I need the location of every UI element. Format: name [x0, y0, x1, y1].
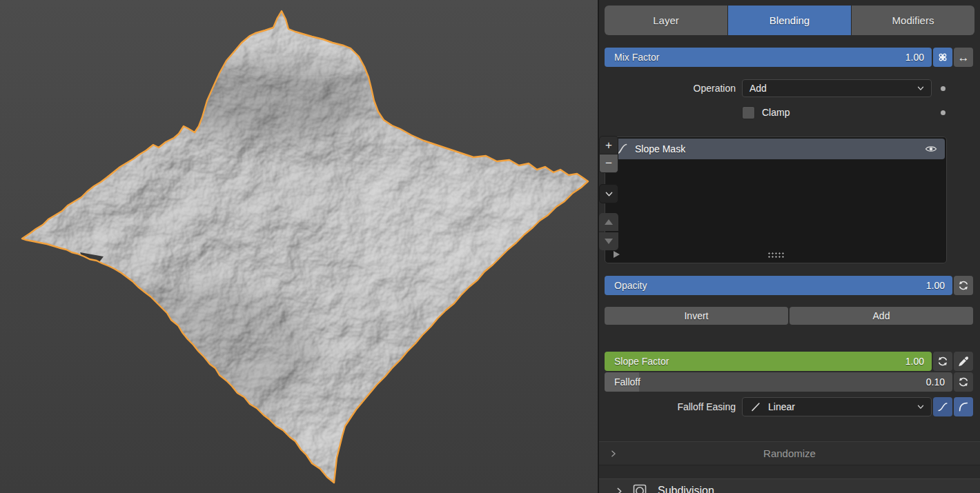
slope-factor-label: Slope Factor: [605, 356, 669, 367]
tab-modifiers[interactable]: Modifiers: [851, 6, 974, 35]
refresh-arrows-icon: [937, 355, 949, 368]
linear-curve-icon: [749, 401, 762, 413]
clamp-row: Clamp: [605, 103, 973, 121]
falloff-easing-label: Falloff Easing: [605, 397, 742, 416]
opacity-value: 1.00: [926, 280, 952, 291]
slope-factor-value: 1.00: [905, 356, 932, 367]
operation-decorator-dot[interactable]: [941, 86, 945, 91]
s-curve-icon: [957, 401, 970, 413]
invert-button[interactable]: Invert: [605, 307, 788, 325]
left-right-arrow-icon: ↔: [958, 52, 970, 63]
chevron-down-icon: [916, 402, 925, 412]
slope-factor-slider[interactable]: Slope Factor 1.00: [605, 352, 932, 371]
falloff-label: Falloff: [605, 376, 640, 388]
add-button[interactable]: Add: [790, 307, 973, 325]
opacity-cycle-button[interactable]: [954, 276, 973, 295]
filter-triangle-icon[interactable]: [614, 251, 620, 258]
mix-factor-row: Mix Factor 1.00 ↔: [605, 48, 973, 67]
tab-blending[interactable]: Blending: [727, 6, 851, 35]
randomize-title: Randomize: [599, 447, 980, 459]
viewport-canvas: [0, 0, 598, 493]
chevron-down-icon: [916, 83, 925, 93]
subdivision-modifier-icon: [631, 483, 648, 493]
falloff-row: Falloff 0.10: [605, 372, 973, 392]
minus-icon: −: [605, 157, 612, 170]
operation-row: Operation Add: [605, 79, 973, 97]
refresh-arrows-icon: [957, 376, 970, 388]
list-move-up-button[interactable]: [599, 213, 618, 231]
mask-list-item[interactable]: Slope Mask: [607, 139, 945, 159]
falloff-easing-dropdown[interactable]: Linear: [742, 397, 932, 416]
opacity-row: Opacity 1.00: [605, 276, 973, 295]
extrapolation-button[interactable]: ↔: [954, 48, 973, 67]
tab-strip: Layer Blending Modifiers: [605, 6, 974, 35]
tab-layer[interactable]: Layer: [605, 6, 727, 35]
mix-factor-value: 1.00: [905, 52, 932, 63]
falloff-easing-value: Linear: [768, 401, 916, 412]
mask-name: Slope Mask: [635, 143, 685, 154]
eyedropper-icon: [957, 355, 970, 368]
clamp-checkbox[interactable]: [742, 106, 755, 119]
opacity-slider[interactable]: Opacity 1.00: [605, 276, 952, 295]
mix-factor-label: Mix Factor: [605, 52, 659, 63]
triangle-up-icon: [605, 219, 613, 225]
eyedropper-button[interactable]: [954, 352, 973, 371]
clamp-decorator-dot[interactable]: [941, 110, 945, 115]
mix-factor-slider[interactable]: Mix Factor 1.00: [605, 48, 932, 67]
animate-pinwheel-icon: [936, 50, 950, 64]
triangle-down-icon: [605, 239, 613, 244]
randomize-panel-header[interactable]: Randomize: [599, 441, 980, 465]
plus-icon: +: [605, 139, 612, 152]
refresh-arrows-icon: [957, 279, 970, 292]
list-add-button[interactable]: +: [599, 136, 618, 154]
list-move-down-button[interactable]: [599, 232, 618, 250]
opacity-label: Opacity: [605, 280, 647, 291]
slope-cycle-button[interactable]: [933, 352, 952, 371]
falloff-easing-row: Falloff Easing Linear: [605, 397, 973, 416]
subdivision-panel-header[interactable]: Subdivision: [599, 479, 980, 493]
s-curve-icon: [937, 401, 949, 413]
invert-add-row: Invert Add: [605, 307, 973, 325]
falloff-cycle-button[interactable]: [954, 372, 973, 392]
list-footer: [605, 250, 946, 259]
list-specials-button[interactable]: [599, 184, 618, 203]
eye-icon[interactable]: [924, 142, 938, 156]
animate-decorator-button[interactable]: [933, 48, 952, 67]
ease-out-button[interactable]: [954, 397, 973, 416]
properties-panel: Layer Blending Modifiers Mix Factor 1.00: [598, 0, 980, 493]
operation-label: Operation: [605, 79, 742, 97]
chevron-down-icon: [604, 189, 614, 199]
falloff-slider[interactable]: Falloff 0.10: [605, 372, 952, 392]
list-remove-button[interactable]: −: [599, 154, 618, 173]
falloff-value: 0.10: [926, 376, 952, 388]
ease-in-button[interactable]: [933, 397, 952, 416]
blender-window: Layer Blending Modifiers Mix Factor 1.00: [0, 0, 980, 493]
chevron-right-icon: [614, 486, 625, 493]
operation-value: Add: [749, 83, 916, 94]
viewport-3d[interactable]: [0, 0, 598, 493]
grip-dots-icon[interactable]: [767, 252, 784, 258]
operation-dropdown[interactable]: Add: [742, 79, 932, 97]
clamp-label: Clamp: [762, 107, 790, 118]
subdivision-title: Subdivision: [658, 485, 714, 493]
slope-factor-row: Slope Factor 1.00: [605, 352, 973, 371]
mask-list: Slope Mask: [605, 137, 947, 263]
